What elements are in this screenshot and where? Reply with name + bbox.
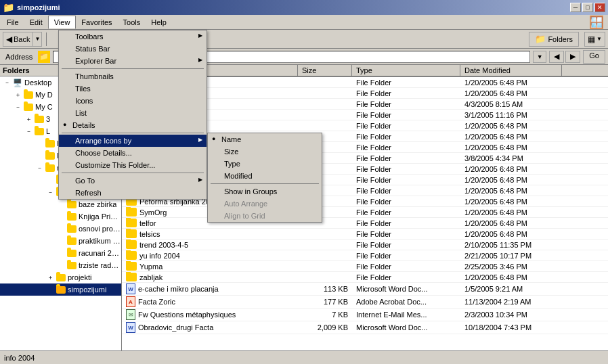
col-date-label: Date Modified (464, 66, 511, 74)
address-dropdown-icon: ▼ (537, 53, 543, 60)
file-row-symorg[interactable]: SymOrg File Folder 1/20/2005 6:48 PM (122, 207, 608, 218)
file-row-facta[interactable]: AFacta Zoric 177 KB Adobe Acrobat Doc...… (122, 296, 608, 309)
go-button[interactable]: Go (583, 50, 605, 64)
title-bar: 📁 simpozijumi ─ □ ✕ (0, 0, 608, 15)
menu-icons[interactable]: Icons (59, 95, 207, 107)
tree-item-trziste[interactable]: ＋ trziste rada III izdanje (0, 259, 121, 271)
views-icon: ▦ (588, 35, 595, 44)
menu-goto[interactable]: Go To (59, 175, 207, 187)
menu-file[interactable]: File (1, 16, 24, 29)
back-dropdown-button[interactable]: ▼ (33, 32, 42, 47)
arrange-type[interactable]: Type (208, 158, 322, 170)
menu-bar: File Edit View Favorites Tools Help 🪟 (0, 15, 608, 30)
file-row-yuinfo2004[interactable]: yu info 2004 File Folder 2/21/2005 10:17… (122, 250, 608, 261)
bazezbirka-icon (66, 199, 77, 210)
menu-customize-folder[interactable]: Customize This Folder... (59, 159, 207, 171)
tree-item-osnovi[interactable]: ＋ osnovi programiranja (0, 223, 121, 235)
tree-label-myD: My D (35, 91, 53, 99)
expander-desktop[interactable]: － (1, 77, 12, 88)
tree-label-trziste: trziste rada III izdanje (79, 261, 121, 269)
status-bar: info 2004 (0, 350, 608, 364)
menu-tools[interactable]: Tools (118, 16, 146, 29)
programfiles-icon (45, 150, 56, 161)
file-row-fw[interactable]: ✉Fw Questions métaphysiques 7 KB Interne… (122, 309, 608, 321)
tree-item-bazezbirka[interactable]: ＋ baze zbirka (0, 198, 121, 210)
file-row-obradovic[interactable]: WObradovic_drugi Facta 2,009 KB Microsof… (122, 321, 608, 334)
tree-item-racunari[interactable]: ＋ racunari 2002 (0, 247, 121, 259)
tree-label-desktop: Desktop (24, 78, 51, 87)
file-row-trend[interactable]: trend 2003-4-5 File Folder 2/10/2005 11:… (122, 240, 608, 250)
menu-details[interactable]: ●Details (59, 119, 207, 131)
col-header-date[interactable]: Date Modified (460, 65, 562, 76)
tree-label-racunari: racunari 2002 (79, 249, 121, 257)
arrange-modified[interactable]: Modified (208, 170, 322, 182)
col-header-size[interactable]: Size (298, 65, 352, 76)
file-row-yupma[interactable]: Yupma File Folder 2/25/2005 3:46 PM (122, 261, 608, 272)
expander-projekti[interactable]: ＋ (45, 272, 56, 283)
L-icon (34, 126, 45, 137)
views-button[interactable]: ▦ ▼ (584, 32, 605, 47)
minimize-button[interactable]: ─ (570, 3, 581, 12)
folders-button[interactable]: 📁 Folders (529, 32, 579, 47)
menu-favorites[interactable]: Favorites (76, 16, 117, 29)
file-row-telfor[interactable]: telfor File Folder 1/20/2005 6:48 PM (122, 218, 608, 229)
tree-label-projekti: projekti (68, 273, 91, 281)
file-row-telsics[interactable]: telsics File Folder 1/20/2005 6:48 PM (122, 229, 608, 240)
back-arrow-icon: ◀ (6, 35, 12, 44)
tree-label-bazezbirka: baze zbirka (79, 200, 116, 208)
osnovi-icon (66, 223, 77, 234)
trziste-icon (66, 260, 77, 271)
menu-status-bar[interactable]: Status Bar (59, 43, 207, 55)
expander-myD[interactable]: ＋ (12, 89, 23, 100)
back-button-group[interactable]: ◀ Back ▼ (3, 32, 42, 47)
radni-icon (45, 162, 56, 173)
col-size-label: Size (302, 66, 316, 74)
tree-item-KnjigaPrincipi[interactable]: ＋ Knjiga Principi OOP (0, 210, 121, 223)
arrange-show-groups[interactable]: Show in Groups (208, 185, 322, 198)
menu-tiles[interactable]: Tiles (59, 83, 207, 95)
col-type-label: Type (356, 66, 372, 74)
arrange-name[interactable]: ●Name (208, 133, 322, 145)
status-text: info 2004 (4, 354, 35, 362)
close-button[interactable]: ✕ (594, 3, 605, 12)
file-row-zabljak[interactable]: zabljak File Folder 1/20/2005 6:48 PM (122, 272, 608, 283)
file-row-ecache[interactable]: We-cache i mikro placanja 113 KB Microso… (122, 283, 608, 296)
praktikum-icon (66, 235, 77, 246)
expander-L[interactable]: － (23, 126, 34, 137)
expander-myC[interactable]: － (12, 101, 23, 112)
tree-item-simpozijumi[interactable]: ＋ simpozijumi (0, 283, 121, 296)
expander-3[interactable]: ＋ (23, 114, 34, 124)
menu-refresh[interactable]: Refresh (59, 187, 207, 199)
arrange-size[interactable]: Size (208, 145, 322, 158)
arrange-submenu: ●Name Size Type Modified Show in Groups … (207, 133, 322, 223)
3-icon (34, 114, 45, 124)
address-back-nav[interactable]: ◀ (549, 51, 564, 63)
tree-label-praktikum: praktikum oOP (79, 237, 121, 245)
col-header-type[interactable]: Type (352, 65, 460, 76)
window-controls: ─ □ ✕ (570, 3, 605, 12)
menu-choose-details[interactable]: Choose Details... (59, 147, 207, 159)
menu-toolbars[interactable]: Toolbars (59, 30, 207, 43)
menu-arrange-icons[interactable]: Arrange Icons by (59, 135, 207, 147)
menu-edit[interactable]: Edit (24, 16, 48, 29)
view-menu-dropdown: Toolbars Status Bar Explorer Bar Thumbna… (58, 30, 207, 200)
menu-list[interactable]: List (59, 107, 207, 119)
menu-view[interactable]: View (48, 16, 77, 29)
tree-label-L: L (46, 127, 50, 135)
address-dropdown-button[interactable]: ▼ (533, 51, 546, 63)
expander-knjige[interactable]: － (45, 187, 56, 198)
menu-explorer-bar[interactable]: Explorer Bar (59, 55, 207, 67)
HOCcache-icon (45, 138, 56, 149)
tree-item-projekti[interactable]: ＋ projekti (0, 271, 121, 283)
menu-help[interactable]: Help (146, 16, 172, 29)
address-forward-nav[interactable]: ▶ (565, 51, 580, 63)
expander-radni[interactable]: － (34, 162, 45, 173)
address-folder-icon: 📁 (38, 51, 50, 63)
views-dropdown-icon: ▼ (596, 36, 602, 42)
tree-item-praktikum[interactable]: ＋ praktikum oOP (0, 235, 121, 247)
folders-icon: 📁 (535, 34, 546, 44)
maximize-button[interactable]: □ (582, 3, 593, 12)
KnjigaPrincipi-icon (66, 211, 77, 222)
menu-thumbnails[interactable]: Thumbnails (59, 70, 207, 83)
back-button[interactable]: ◀ Back (3, 32, 33, 47)
